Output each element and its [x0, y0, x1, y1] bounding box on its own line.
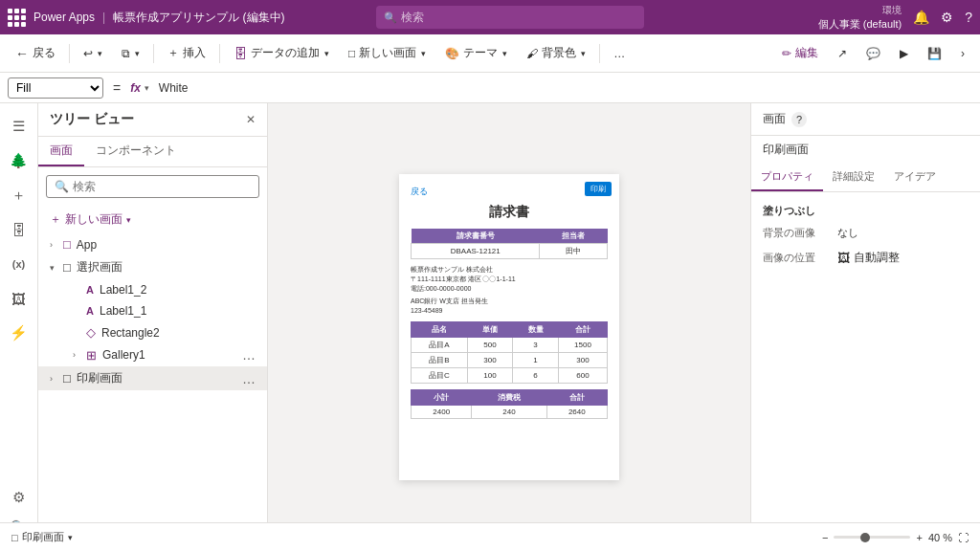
zoom-slider[interactable] [834, 536, 910, 539]
sidebar-tab-screens[interactable]: 画面 [38, 137, 84, 166]
tree-view-icon[interactable]: 🌲 [4, 145, 34, 176]
insert-button[interactable]: ＋ 挿入 [160, 41, 213, 65]
comment-icon: 💬 [866, 47, 880, 60]
play-button[interactable]: ▶ [892, 41, 916, 65]
table-cell: 品目A [412, 337, 468, 352]
table-header: 小計 [412, 389, 472, 405]
media-icon[interactable]: 🖼 [4, 283, 34, 314]
sidebar-search-input[interactable] [73, 180, 251, 193]
new-screen-button[interactable]: □ 新しい画面 ▾ [341, 41, 434, 65]
tree-item-label1-1[interactable]: A Label1_1 [38, 300, 267, 321]
gallery-icon: ⊞ [86, 348, 97, 363]
separator-1 [69, 44, 70, 63]
sidebar-search[interactable]: 🔍 [46, 175, 259, 198]
power-automate-icon[interactable]: ⚡ [4, 318, 34, 348]
page-name: 印刷画面 [22, 530, 64, 544]
panel-help-icon[interactable]: ? [791, 112, 807, 127]
fx-label: fx [130, 81, 141, 95]
page-print-button[interactable]: 印刷 [585, 182, 612, 196]
table-cell: 品目B [412, 352, 468, 367]
table-cell: 田中 [540, 244, 608, 259]
tree-item-gallery1[interactable]: › ⊞ Gallery1 … [38, 343, 267, 366]
sidebar-tab-components[interactable]: コンポーネント [84, 137, 188, 166]
tree-item-rectangle2[interactable]: ◇ Rectangle2 [38, 321, 267, 343]
cmd-chevron-right[interactable]: › [953, 41, 972, 65]
search-icon: 🔍 [384, 11, 397, 24]
settings-icon[interactable]: ⚙ [941, 10, 953, 25]
more-options-icon[interactable]: … [242, 371, 256, 386]
tree-item-label: 印刷画面 [77, 370, 238, 386]
sidebar-close-button[interactable]: ✕ [246, 113, 256, 126]
bell-icon[interactable]: 🔔 [913, 10, 929, 25]
table-header: 消費税 [472, 389, 546, 405]
right-panel-content: 塗りつぶし 背景の画像 なし 画像の位置 🖼 自動調整 [751, 192, 980, 551]
tree-item-select-screen[interactable]: ▾ □ 選択画面 [38, 255, 267, 279]
property-select[interactable]: Fill [8, 77, 103, 99]
table-cell: 100 [467, 367, 513, 383]
plus-icon: ＋ [50, 211, 61, 228]
title-bar: Power Apps | 帳票作成アプリサンプル (編集中) 🔍 環境 個人事業… [0, 0, 980, 34]
table-cell: 240 [472, 405, 546, 418]
chevron-icon: ▾ [50, 263, 59, 273]
data-icon: 🗄 [234, 46, 247, 61]
sidebar-header: ツリー ビュー ✕ [38, 103, 267, 137]
tab-advanced[interactable]: 詳細設定 [823, 164, 884, 191]
formula-chevron[interactable]: ▾ [145, 83, 149, 93]
command-bar: ← 戻る ↩ ▾ ⧉ ▾ ＋ 挿入 🗄 データの追加 ▾ □ 新しい画面 ▾ 🎨… [0, 34, 980, 73]
page-chevron-icon[interactable]: ▾ [68, 533, 73, 542]
more-icon: … [613, 47, 625, 60]
sidebar-title: ツリー ビュー [50, 111, 134, 128]
more-options-icon[interactable]: … [242, 347, 256, 363]
page-back-button[interactable]: 戻る [411, 187, 428, 196]
right-command-area: ✏ 編集 ↗ 💬 ▶ 💾 › [774, 41, 972, 65]
tree-item-label: Gallery1 [102, 348, 238, 362]
prop-value-image-pos-container[interactable]: 🖼 自動調整 [837, 250, 900, 266]
theme-button[interactable]: 🎨 テーマ ▾ [437, 41, 515, 65]
copy-icon: ⧉ [122, 47, 130, 60]
table-cell: 300 [467, 352, 513, 367]
edit-button[interactable]: ✏ 編集 [774, 41, 826, 65]
data-add-button[interactable]: 🗄 データの追加 ▾ [226, 41, 337, 65]
tree-item-label1-2[interactable]: A Label1_2 [38, 279, 267, 300]
panel-screen-name: 印刷画面 [751, 136, 980, 164]
bgcolor-button[interactable]: 🖌 背景色 ▾ [519, 41, 593, 65]
more-button[interactable]: … [606, 43, 633, 64]
env-label: 環境 [818, 4, 902, 17]
label-icon: A [86, 305, 94, 317]
formula-icon[interactable]: (x) [4, 249, 34, 279]
table-cell: 600 [558, 367, 607, 383]
comment-button[interactable]: 💬 [858, 41, 888, 65]
help-icon[interactable]: ? [965, 10, 972, 25]
zoom-thumb[interactable] [860, 533, 870, 542]
tab-ideas[interactable]: アイデア [884, 164, 946, 191]
bottom-bar: □ 印刷画面 ▾ − + 40 % ⛶ [0, 522, 980, 551]
invoice-total-table: 小計 消費税 合計 2400 240 2640 [411, 389, 608, 419]
tab-properties[interactable]: プロパティ [751, 164, 823, 191]
zoom-minus-button[interactable]: − [822, 532, 828, 543]
save-button[interactable]: 💾 [920, 41, 949, 65]
insert-icon[interactable]: ＋ [4, 180, 34, 210]
table-cell: 2640 [546, 405, 607, 418]
search-input[interactable] [401, 11, 636, 24]
table-cell: 品目C [412, 367, 468, 383]
zoom-controls: − + 40 % ⛶ [822, 532, 969, 543]
tree-item-app[interactable]: › □ App [38, 233, 267, 255]
settings-left-icon[interactable]: ⚙ [4, 482, 34, 513]
global-search[interactable]: 🔍 [376, 6, 644, 29]
data-icon[interactable]: 🗄 [4, 214, 34, 245]
prop-value-image-pos: 自動調整 [854, 250, 900, 266]
copy-button[interactable]: ⧉ ▾ [114, 43, 147, 64]
undo-button[interactable]: ↩ ▾ [76, 43, 110, 64]
share-button[interactable]: ↗ [830, 41, 855, 65]
menu-icon[interactable]: ☰ [4, 111, 34, 142]
right-panel-tabs: プロパティ 詳細設定 アイデア [751, 164, 980, 192]
tree-item-print-screen[interactable]: › □ 印刷画面 … [38, 366, 267, 390]
expand-icon[interactable]: ⛶ [958, 532, 969, 543]
new-screen-button[interactable]: ＋ 新しい画面 ▾ [38, 206, 267, 233]
zoom-plus-button[interactable]: + [916, 532, 922, 543]
back-button[interactable]: ← 戻る [8, 41, 63, 65]
tree-item-label: 選択画面 [77, 259, 256, 276]
search-icon: 🔍 [55, 180, 69, 193]
canvas-page: 戻る 印刷 請求書 請求書番号 担当者 DBAAS-12121 田中 帳票作成サ… [399, 174, 619, 480]
table-header: 品名 [412, 321, 468, 337]
